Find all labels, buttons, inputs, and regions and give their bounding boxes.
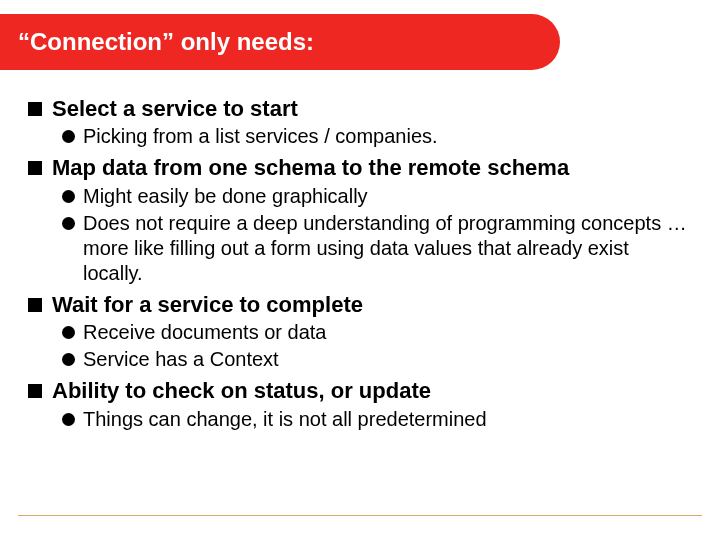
circle-bullet-icon [62, 190, 75, 203]
square-bullet-icon [28, 298, 42, 312]
bullet-text: Map data from one schema to the remote s… [52, 155, 569, 181]
bullet-text: Select a service to start [52, 96, 298, 122]
slide-body: Select a service to start Picking from a… [28, 90, 692, 432]
list-item: Map data from one schema to the remote s… [28, 155, 692, 181]
list-item: Wait for a service to complete [28, 292, 692, 318]
footer-divider [18, 515, 702, 516]
bullet-text: Service has a Context [83, 347, 279, 372]
circle-bullet-icon [62, 326, 75, 339]
bullet-text: Things can change, it is not all predete… [83, 407, 487, 432]
circle-bullet-icon [62, 353, 75, 366]
circle-bullet-icon [62, 217, 75, 230]
list-item: Ability to check on status, or update [28, 378, 692, 404]
bullet-text: Might easily be done graphically [83, 184, 368, 209]
bullet-text: Wait for a service to complete [52, 292, 363, 318]
list-item: Does not require a deep understanding of… [62, 211, 692, 286]
circle-bullet-icon [62, 130, 75, 143]
list-item: Might easily be done graphically [62, 184, 692, 209]
list-item: Select a service to start [28, 96, 692, 122]
circle-bullet-icon [62, 413, 75, 426]
bullet-text: Receive documents or data [83, 320, 326, 345]
list-item: Receive documents or data [62, 320, 692, 345]
bullet-text: Does not require a deep understanding of… [83, 211, 692, 286]
list-item: Things can change, it is not all predete… [62, 407, 692, 432]
square-bullet-icon [28, 384, 42, 398]
square-bullet-icon [28, 161, 42, 175]
bullet-text: Ability to check on status, or update [52, 378, 431, 404]
slide-title: “Connection” only needs: [0, 28, 314, 56]
list-item: Picking from a list services / companies… [62, 124, 692, 149]
square-bullet-icon [28, 102, 42, 116]
slide: “Connection” only needs: Select a servic… [0, 0, 720, 540]
list-item: Service has a Context [62, 347, 692, 372]
bullet-text: Picking from a list services / companies… [83, 124, 438, 149]
title-band: “Connection” only needs: [0, 14, 560, 70]
